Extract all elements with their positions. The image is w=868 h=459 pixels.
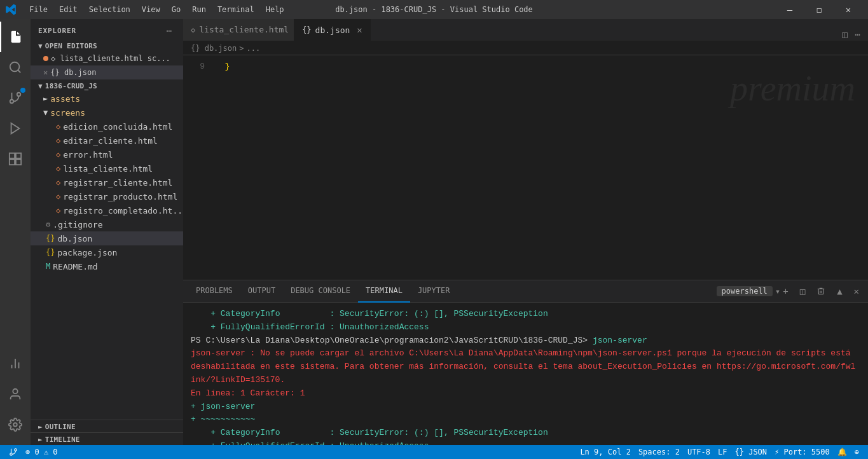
activity-explorer[interactable] bbox=[0, 22, 31, 52]
panel-tab-debug-console[interactable]: DEBUG CONSOLE bbox=[283, 280, 358, 303]
status-notifications[interactable]: 🔔 bbox=[834, 445, 851, 459]
menu-view[interactable]: View bbox=[137, 4, 165, 15]
panel-tab-terminal[interactable]: TERMINAL bbox=[358, 280, 410, 303]
close-button[interactable]: ✕ bbox=[834, 0, 863, 19]
panel-tab-jupyter[interactable]: JUPYTER bbox=[410, 280, 458, 303]
tab-db-json[interactable]: {} db.json ✕ bbox=[294, 19, 371, 41]
menu-run[interactable]: Run bbox=[187, 4, 211, 15]
new-terminal-button[interactable]: powershell ▾ + bbox=[713, 285, 792, 298]
line-number-9: 9 bbox=[183, 60, 215, 73]
file-error[interactable]: ◇ error.html bbox=[31, 147, 183, 161]
open-editors-section[interactable]: ▼ OPEN EDITORS bbox=[31, 39, 183, 51]
activity-account[interactable] bbox=[0, 379, 31, 409]
breadcrumb-file[interactable]: {} db.json bbox=[191, 44, 237, 53]
powershell-label: powershell bbox=[717, 286, 773, 296]
status-eol[interactable]: LF bbox=[714, 445, 731, 459]
window-controls: ‒ ◻ ✕ bbox=[775, 0, 863, 19]
svg-point-0 bbox=[10, 62, 20, 72]
file-editar-cliente[interactable]: ◇ editar_cliente.html bbox=[31, 134, 183, 147]
file-gitignore[interactable]: ⚙ .gitignore bbox=[31, 217, 183, 231]
split-editor-button[interactable]: ◫ bbox=[839, 28, 850, 41]
tab-json-icon: {} bbox=[302, 25, 311, 34]
file-db-json[interactable]: {} db.json bbox=[31, 231, 183, 245]
folder-assets[interactable]: ► assets bbox=[31, 92, 183, 106]
sidebar-title-label: EXPLORER bbox=[38, 27, 76, 35]
activity-settings[interactable] bbox=[0, 409, 31, 440]
status-feedback[interactable]: ⊕ bbox=[851, 445, 863, 459]
more-actions-button[interactable]: ⋯ bbox=[853, 28, 863, 41]
terminal-line-5: En línea: 1 Carácter: 1 bbox=[191, 387, 860, 401]
timeline-section: ► TIMELINE bbox=[31, 432, 183, 445]
tab-lista-cliente[interactable]: ◇ lista_cliente.html bbox=[183, 19, 294, 41]
project-section[interactable]: ▼ 1836-CRUD_JS bbox=[31, 79, 183, 92]
menu-go[interactable]: Go bbox=[167, 4, 186, 15]
svg-point-10 bbox=[13, 389, 17, 394]
titlebar-menu: File Edit Selection View Go Run Terminal… bbox=[24, 4, 289, 15]
svg-line-1 bbox=[18, 70, 20, 72]
terminal-line-7: + ~~~~~~~~~~~ bbox=[191, 413, 860, 427]
folder-screens[interactable]: ▼ screens bbox=[31, 106, 183, 120]
terminal-line-3: PS C:\Users\La Diana\Desktop\OneOracle\p… bbox=[191, 334, 860, 348]
panel-actions: powershell ▾ + ◫ ▲ ✕ bbox=[713, 285, 863, 298]
svg-point-4 bbox=[10, 100, 14, 104]
file-readme[interactable]: M README.md bbox=[31, 259, 183, 273]
menu-help[interactable]: Help bbox=[261, 4, 289, 15]
split-terminal-button[interactable]: ◫ bbox=[796, 285, 809, 298]
panel-tab-problems[interactable]: PROBLEMS bbox=[188, 280, 240, 303]
file-lista-cliente[interactable]: ◇ lista_cliente.html bbox=[31, 161, 183, 175]
open-editor-lista-cliente[interactable]: ◇ lista_cliente.html sc... bbox=[31, 51, 183, 65]
chevron-down-icon[interactable]: ▾ bbox=[775, 286, 780, 296]
code-line-9: 9 } bbox=[183, 60, 868, 74]
sidebar-header: EXPLORER ⋯ bbox=[31, 19, 183, 39]
status-spaces[interactable]: Spaces: 2 bbox=[635, 445, 684, 459]
status-port[interactable]: ⚡ Port: 5500 bbox=[771, 445, 834, 459]
menu-terminal[interactable]: Terminal bbox=[212, 4, 259, 15]
activity-source-control[interactable] bbox=[0, 83, 31, 113]
restore-button[interactable]: ◻ bbox=[804, 0, 834, 19]
file-registrar-cliente[interactable]: ◇ registrar_cliente.html bbox=[31, 175, 183, 189]
activity-bar bbox=[0, 19, 31, 445]
minimize-button[interactable]: ‒ bbox=[775, 0, 804, 19]
status-position[interactable]: Ln 9, Col 2 bbox=[576, 445, 634, 459]
status-branch[interactable] bbox=[5, 445, 22, 459]
editor-area: ◇ lista_cliente.html {} db.json ✕ ◫ ⋯ {}… bbox=[183, 19, 868, 445]
file-registro-completado[interactable]: ◇ registro_completado.ht... bbox=[31, 203, 183, 217]
activity-extensions[interactable] bbox=[0, 144, 31, 174]
tab-lista-label: lista_cliente.html bbox=[199, 25, 289, 34]
activity-debug[interactable] bbox=[0, 113, 31, 144]
svg-rect-7 bbox=[16, 153, 21, 158]
svg-point-3 bbox=[17, 93, 21, 97]
trash-terminal-button[interactable] bbox=[813, 285, 829, 297]
menu-edit[interactable]: Edit bbox=[54, 4, 83, 15]
status-encoding[interactable]: UTF-8 bbox=[684, 445, 714, 459]
editor-content[interactable]: premium 9 } bbox=[183, 55, 868, 280]
maximize-panel-button[interactable]: ▲ bbox=[833, 285, 846, 298]
close-panel-button[interactable]: ✕ bbox=[850, 285, 863, 298]
new-file-button[interactable]: ⋯ bbox=[163, 24, 176, 37]
file-registrar-producto[interactable]: ◇ registrar_producto.html bbox=[31, 189, 183, 203]
timeline-label[interactable]: ► TIMELINE bbox=[31, 433, 183, 445]
menu-file[interactable]: File bbox=[24, 4, 53, 15]
vscode-logo-icon bbox=[5, 4, 17, 15]
panel-area: PROBLEMS OUTPUT DEBUG CONSOLE TERMINAL J… bbox=[183, 280, 868, 445]
svg-rect-6 bbox=[10, 153, 15, 158]
svg-marker-5 bbox=[11, 123, 20, 134]
file-package-json[interactable]: {} package.json bbox=[31, 245, 183, 259]
status-language[interactable]: {} JSON bbox=[731, 445, 771, 459]
activity-remote[interactable] bbox=[0, 348, 31, 379]
terminal-line-4: json-server : No se puede cargar el arch… bbox=[191, 347, 860, 387]
panel-tab-output[interactable]: OUTPUT bbox=[240, 280, 283, 303]
open-editor-db-json[interactable]: ✕ {} db.json bbox=[31, 65, 183, 79]
tab-close-button[interactable]: ✕ bbox=[354, 24, 365, 36]
outline-label[interactable]: ► OUTLINE bbox=[31, 420, 183, 432]
svg-rect-8 bbox=[10, 160, 15, 165]
terminal-line-9: + FullyQualifiedErrorId : UnauthorizedAc… bbox=[191, 440, 860, 445]
breadcrumb-node[interactable]: ... bbox=[246, 44, 260, 53]
menu-selection[interactable]: Selection bbox=[84, 4, 135, 15]
activity-search[interactable] bbox=[0, 52, 31, 83]
svg-point-13 bbox=[15, 449, 17, 451]
file-edicion-concluida[interactable]: ◇ edicion_concluida.html bbox=[31, 120, 183, 134]
status-bar: ⊗ 0 ⚠ 0 Ln 9, Col 2 Spaces: 2 UTF-8 LF {… bbox=[0, 445, 868, 459]
terminal-content[interactable]: + CategoryInfo : SecurityError: (:) [], … bbox=[183, 303, 868, 445]
status-errors[interactable]: ⊗ 0 ⚠ 0 bbox=[22, 445, 62, 459]
